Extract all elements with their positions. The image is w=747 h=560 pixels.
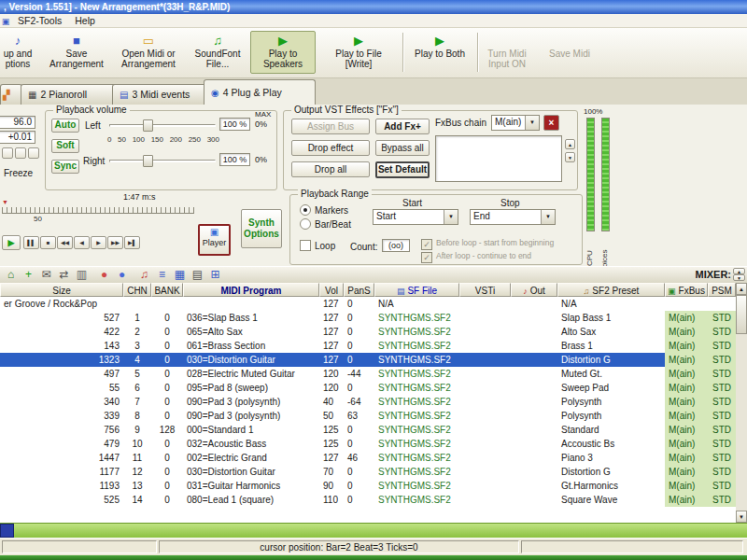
position-bar[interactable] [0,523,747,538]
column-header-vsti[interactable]: VSTi [459,283,511,297]
tab-midi-events[interactable]: ▤3 Midi events [112,84,217,105]
table-row-master[interactable]: er Groove / Rock&Pop1270N/AN/A [0,297,736,311]
column-header-size[interactable]: Size [0,283,123,297]
table-row[interactable]: 52710036=Slap Bass 11270SYNTHGMS.SF2Slap… [0,311,736,325]
bypass-all-button[interactable]: Bypass all [375,140,430,156]
column-header-preset[interactable]: ♫SF2 Preset [557,283,665,297]
numbers-icon[interactable]: ⊞ [207,268,223,282]
mini-button-1[interactable] [2,147,13,159]
table-row[interactable]: 525140080=Lead 1 (square)1100SYNTHGMS.SF… [0,493,736,507]
timeline-ruler[interactable] [2,207,194,214]
column-header-sf_file[interactable]: ▤SF File [374,283,459,297]
fx-chain-listbox[interactable] [435,135,562,182]
synth-options-button[interactable]: Synth Options [241,209,282,248]
column-header-bank[interactable]: BANK [151,283,183,297]
menu-help[interactable]: Help [68,14,102,27]
column-header-fxbus[interactable]: ▣FxBus [665,283,708,297]
pause-button[interactable]: ▌▌ [23,236,39,249]
grid-icon[interactable]: ▦ [172,268,188,282]
mini-button-3[interactable] [28,147,39,159]
turn-midi-input-button[interactable]: Turn Midi Input ON [480,31,534,74]
auto-button[interactable]: Auto [51,119,79,133]
add-fx-button[interactable]: Add Fx+ [375,119,430,134]
table-row[interactable]: 33980090=Pad 3 (polysynth)5063SYNTHGMS.S… [0,409,736,423]
play-to-both-button[interactable]: ▶ Play to Both [405,31,474,74]
tempo-offset-field[interactable]: +0.01 [0,131,35,144]
tab-pianoroll[interactable]: ▦2 Pianoroll [21,84,125,105]
soundfont-file-button[interactable]: ♫ SoundFont File... [187,31,248,74]
set-default-button[interactable]: Set Default [375,161,430,178]
piano-keys-icon[interactable]: ▤ [190,268,205,282]
record-icon[interactable]: ● [96,268,112,282]
column-header-pan[interactable]: PanS [344,283,374,297]
sliders-icon[interactable]: ≡ [154,268,170,282]
notes-icon[interactable]: ♫ [136,268,152,282]
table-row[interactable]: 1193130031=Guitar Harmonics900SYNTHGMS.S… [0,479,736,493]
table-row[interactable]: 7569128000=Standard 11250SYNTHGMS.SF2Sta… [0,423,736,437]
table-row[interactable]: 479100032=Acoustic Bass1250SYNTHGMS.SF2A… [0,437,736,451]
right-slider-thumb[interactable] [143,155,153,167]
table-row[interactable]: 14330061=Brass Section1270SYNTHGMS.SF2Br… [0,339,736,353]
table-row[interactable]: 1447110002=Electric Grand12746SYNTHGMS.S… [0,451,736,465]
mixer-spin-down[interactable]: ▼ [733,274,745,281]
barbeat-radio[interactable]: Bar/Beat [300,218,351,230]
scrollbar-thumb[interactable] [736,295,747,334]
open-midi-button[interactable]: ▭ Open Midi or Arrangement [112,31,185,74]
chevron-down-icon[interactable]: ▼ [525,116,539,130]
save-midi-button[interactable]: Save Midi [536,31,603,74]
table-row[interactable]: 34070090=Pad 3 (polysynth)40-64SYNTHGMS.… [0,395,736,409]
fxbus-chain-combo[interactable]: M(ain) ▼ [491,115,540,131]
trash-icon[interactable]: ▥ [74,268,90,282]
column-header-chn[interactable]: CHN [123,283,151,297]
chevron-down-icon[interactable]: ▼ [541,210,555,224]
mixer-spin-up[interactable]: ▲ [733,268,745,274]
column-header-vol[interactable]: Vol [319,283,344,297]
tab-stub[interactable]: ▞ [0,84,22,105]
column-header-psm[interactable]: PSM [708,283,736,297]
scroll-down-icon[interactable]: ▼ [736,511,747,523]
table-row[interactable]: 5560095=Pad 8 (sweep)1200SYNTHGMS.SF2Swe… [0,381,736,395]
table-row[interactable]: 49750028=Electric Muted Guitar120-44SYNT… [0,367,736,381]
add-icon[interactable]: + [21,268,36,282]
scroll-up-icon[interactable]: ▲ [736,283,747,295]
setup-options-button[interactable]: ♪ up and ptions [0,31,39,74]
play-to-file-button[interactable]: ▶ Play to File [Write] [317,31,400,74]
table-row[interactable]: 1177120030=Distortion Guitar700SYNTHGMS.… [0,465,736,479]
count-field[interactable]: (oo) [382,239,410,252]
column-header-out[interactable]: ♪Out [511,283,557,297]
play-button[interactable]: ▶ [2,235,21,250]
save-arrangement-button[interactable]: ■ Save Arrangement [43,31,110,74]
table-row[interactable]: 42220065=Alto Sax1270SYNTHGMS.SF2Alto Sa… [0,325,736,339]
menu-sf2-tools[interactable]: SF2-Tools [11,14,68,27]
position-marker-icon[interactable]: ▼ [2,199,8,205]
markers-radio[interactable]: Markers [300,204,348,216]
mail-icon[interactable]: ✉ [38,268,54,282]
fx-move-down-button[interactable]: ▼ [565,152,575,162]
table-row[interactable]: 132340030=Distortion Guitar1270SYNTHGMS.… [0,353,736,367]
drop-effect-button[interactable]: Drop effect [291,140,370,156]
step-forward-button[interactable]: ▶ [91,236,106,249]
column-header-program[interactable]: MIDI Program [183,283,319,297]
home-icon[interactable]: ⌂ [3,268,19,282]
table-scrollbar[interactable]: ▲ ▼ [736,283,747,523]
after-loop-checkbox[interactable]: ✓After loop - continue to end [421,249,531,263]
sync-button[interactable]: Sync [51,160,79,174]
remove-bus-button[interactable]: × [543,115,559,131]
chevron-down-icon[interactable]: ▼ [444,210,458,224]
right-volume-slider[interactable] [109,154,216,166]
before-loop-checkbox[interactable]: ✓Before loop - start from beginning [421,236,554,250]
rewind-button[interactable]: ◀◀ [57,236,73,249]
player-button[interactable]: ▣ Player [198,224,231,256]
assign-bus-button[interactable]: Assign Bus [291,119,370,134]
start-combo[interactable]: Start ▼ [373,209,458,225]
fast-forward-button[interactable]: ▶▶ [107,236,123,249]
blue-ball-icon[interactable]: ● [114,268,130,282]
mini-button-2[interactable] [15,147,26,159]
step-back-button[interactable]: ◀ [74,236,90,249]
tempo-field[interactable]: 96.0 [0,116,35,129]
stop-combo[interactable]: End ▼ [470,209,556,225]
soft-button[interactable]: Soft [51,139,79,153]
position-handle[interactable] [0,524,14,538]
play-to-speakers-button[interactable]: ▶ Play to Speakers [250,31,316,74]
left-slider-thumb[interactable] [143,119,153,132]
